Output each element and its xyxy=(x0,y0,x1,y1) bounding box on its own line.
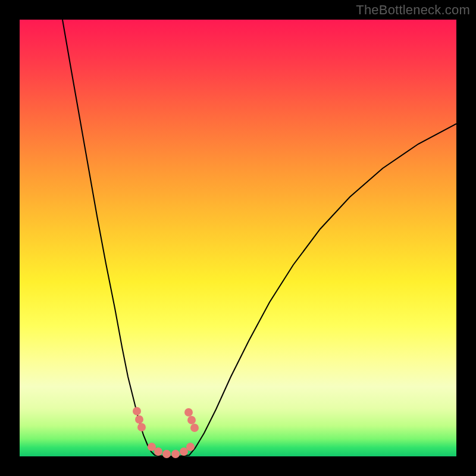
curve-svg xyxy=(20,20,456,456)
marker-dot xyxy=(133,407,141,415)
marker-dot xyxy=(137,423,146,431)
marker-dot xyxy=(186,443,195,451)
marker-dot xyxy=(135,415,143,424)
marker-dot xyxy=(154,447,162,456)
marker-dot xyxy=(162,450,171,458)
chart-frame: TheBottleneck.com xyxy=(0,0,476,476)
marker-dot xyxy=(187,416,196,424)
marker-dot xyxy=(190,424,199,432)
watermark-text: TheBottleneck.com xyxy=(356,2,470,18)
marker-dot xyxy=(171,450,180,458)
marker-dot xyxy=(184,408,193,416)
plot-area xyxy=(20,20,456,456)
curve-path xyxy=(62,20,456,456)
